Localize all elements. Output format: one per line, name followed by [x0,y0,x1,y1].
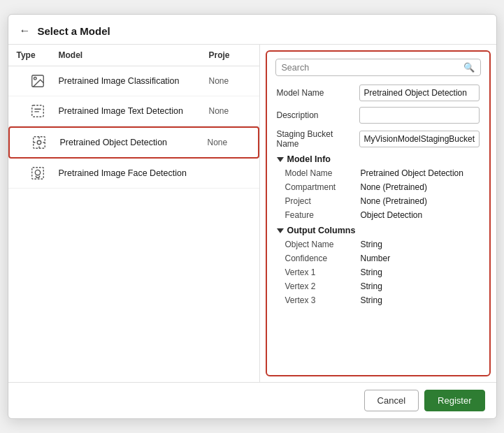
info-feature-value: Object Detection [361,210,480,220]
model-detail-panel: 🔍 Model Name Description [260,45,496,382]
description-row: Description [277,107,480,124]
output-columns-label: Output Columns [287,226,356,235]
face-detection-icon [17,166,59,181]
expand-icon [277,157,284,162]
model-name-label: Model Name [277,88,354,98]
table-row[interactable]: Pretrained Image Face Detection [8,159,259,189]
info-project-value: None (Pretrained) [361,196,480,206]
search-input-wrap[interactable]: 🔍 [275,59,481,76]
form-section: Model Name Description Staging Bucket Na… [267,82,489,375]
output-object-name-row: Object Name String [277,240,480,249]
model-list-panel: Type Model Proje Pretrained Image Classi… [8,45,260,382]
output-vertex2-row: Vertex 2 String [277,281,480,291]
info-compartment-row: Compartment None (Pretrained) [277,182,480,192]
description-input[interactable] [359,107,480,124]
info-compartment-value: None (Pretrained) [361,182,480,192]
info-compartment-label: Compartment [285,182,355,192]
model-info-label: Model Info [287,154,331,164]
output-confidence-value: Number [361,254,480,263]
select-model-dialog: ← Select a Model Type Model Proje [8,14,497,419]
detail-inner: 🔍 Model Name Description [266,50,491,376]
output-vertex2-label: Vertex 2 [285,281,355,291]
model-name: Pretrained Image Text Detection [59,106,209,116]
model-info-header: Model Info [277,154,480,164]
dialog-title: Select a Model [38,25,110,37]
output-vertex2-value: String [361,281,480,291]
col-project: Proje [209,50,251,60]
output-columns-header: Output Columns [277,226,480,235]
info-model-name-value: Pretrained Object Detection [361,168,480,178]
dialog-body: Type Model Proje Pretrained Image Classi… [8,45,496,382]
back-button[interactable]: ← [20,24,31,37]
model-name: Pretrained Image Face Detection [59,168,209,178]
model-name: Pretrained Object Detection [60,138,208,147]
image-classification-icon [17,73,59,89]
output-vertex1-row: Vertex 1 String [277,267,480,277]
search-input[interactable] [282,63,463,73]
info-model-name-row: Model Name Pretrained Object Detection [277,168,480,178]
text-detection-icon [17,103,59,119]
output-vertex1-label: Vertex 1 [285,267,355,277]
output-object-name-value: String [361,240,480,249]
svg-point-12 [35,170,40,175]
expand-icon [277,228,284,233]
info-project-label: Project [285,196,355,206]
search-bar: 🔍 [267,52,489,82]
staging-bucket-row: Staging Bucket Name [277,129,480,149]
table-header: Type Model Proje [8,45,259,66]
project-name: None [209,106,251,116]
object-detection-icon [18,135,60,150]
info-feature-label: Feature [285,210,355,220]
staging-bucket-label: Staging Bucket Name [277,129,354,149]
table-row[interactable]: Pretrained Image Text Detection None [8,96,259,126]
output-object-name-label: Object Name [285,240,355,249]
project-name: None [209,76,251,86]
info-project-row: Project None (Pretrained) [277,196,480,206]
register-button[interactable]: Register [424,390,484,411]
info-model-name-label: Model Name [285,168,355,178]
dialog-footer: Cancel Register [8,382,496,418]
project-name: None [208,138,250,147]
description-label: Description [277,110,354,120]
svg-point-6 [37,140,41,145]
svg-rect-2 [31,105,43,117]
svg-point-1 [34,78,36,80]
table-row[interactable]: Pretrained Image Classification None [8,66,259,96]
staging-bucket-input[interactable] [359,131,480,147]
table-row[interactable]: Pretrained Object Detection None [8,126,259,159]
output-vertex3-row: Vertex 3 String [277,295,480,305]
col-model: Model [59,50,209,60]
dialog-header: ← Select a Model [8,15,496,45]
output-vertex3-value: String [361,295,480,305]
search-icon: 🔍 [463,62,475,73]
info-feature-row: Feature Object Detection [277,210,480,220]
model-name: Pretrained Image Classification [59,76,209,86]
output-vertex3-label: Vertex 3 [285,295,355,305]
output-vertex1-value: String [361,267,480,277]
table-body: Pretrained Image Classification None Pre… [8,66,259,382]
model-name-input[interactable] [359,85,480,101]
model-name-row: Model Name [277,85,480,101]
output-confidence-label: Confidence [285,254,355,263]
cancel-button[interactable]: Cancel [364,390,419,411]
col-type: Type [17,50,59,60]
output-confidence-row: Confidence Number [277,254,480,263]
